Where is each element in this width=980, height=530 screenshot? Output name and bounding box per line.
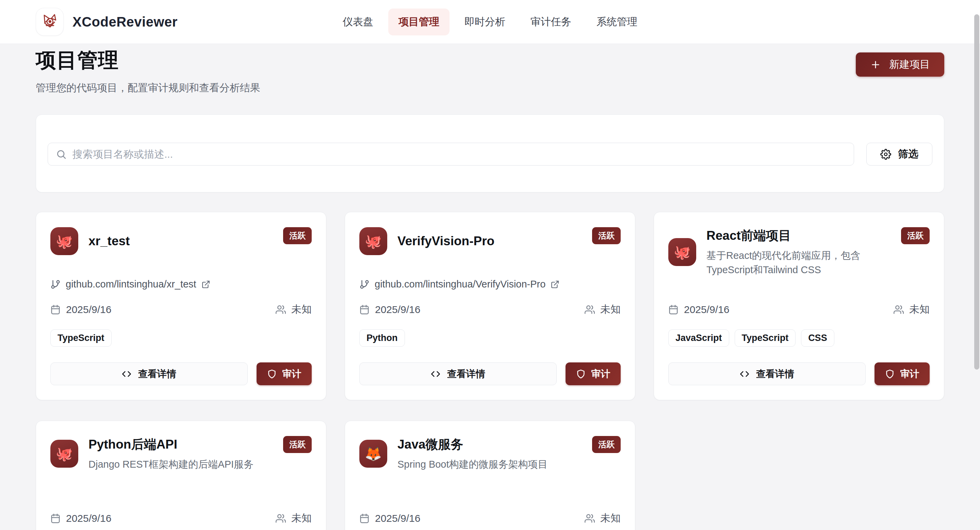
tag-list: JavaScriptTypeScriptCSS — [668, 329, 930, 347]
project-description: Django REST框架构建的后端API服务 — [89, 457, 253, 471]
audit-label: 审计 — [592, 367, 611, 380]
search-input[interactable] — [48, 143, 854, 166]
project-grid: 🐙 xr_test 活跃 github.com/lintsinghua/xr_t… — [36, 212, 944, 530]
card-bottom: github.com/lintsinghua/VerifyVision-Pro … — [360, 279, 620, 385]
members-meta: 未知 — [894, 302, 930, 316]
project-avatar: 🐙 — [668, 238, 696, 266]
view-details-button[interactable]: 查看详情 — [668, 362, 865, 385]
calendar-icon — [360, 305, 369, 315]
project-members: 未知 — [600, 511, 620, 525]
main-nav: 仪表盘项目管理即时分析审计任务系统管理 — [332, 0, 648, 44]
audit-label: 审计 — [282, 367, 301, 380]
external-link-icon — [202, 280, 210, 289]
card-header: 🐙 xr_test 活跃 — [50, 227, 312, 255]
project-card: 🐙 Python后端API Django REST框架构建的后端API服务 活跃… — [36, 421, 326, 530]
view-details-label: 查看详情 — [138, 367, 176, 380]
project-avatar-emoji: 🦊 — [365, 447, 382, 461]
repo-link[interactable]: github.com/lintsinghua/xr_test — [50, 279, 312, 290]
calendar-icon — [360, 513, 369, 524]
card-header: 🐙 VerifyVision-Pro 活跃 — [360, 227, 620, 255]
status-badge: 活跃 — [901, 227, 930, 244]
tag: TypeScript — [735, 329, 796, 347]
nav-item-2[interactable]: 即时分析 — [454, 8, 515, 35]
git-branch-icon — [360, 279, 369, 289]
shield-icon — [885, 369, 894, 379]
project-date: 2025/9/16 — [375, 512, 420, 524]
project-date: 2025/9/16 — [375, 304, 420, 315]
project-avatar-emoji: 🐙 — [674, 245, 691, 259]
project-head-text: React前端项目 基于React的现代化前端应用，包含TypeScript和T… — [706, 227, 891, 277]
shield-icon — [267, 369, 277, 379]
nav-item-3[interactable]: 审计任务 — [520, 8, 582, 35]
calendar-icon — [668, 305, 679, 315]
members-meta: 未知 — [275, 302, 312, 316]
project-card: 🐙 VerifyVision-Pro 活跃 github.com/lintsin… — [345, 212, 635, 400]
code-icon — [740, 369, 749, 379]
nav-item-4[interactable]: 系统管理 — [586, 8, 648, 35]
project-name: xr_test — [89, 234, 130, 248]
project-name: React前端项目 — [706, 227, 891, 244]
project-description: Spring Boot构建的微服务架构项目 — [398, 457, 548, 471]
status-badge: 活跃 — [592, 436, 620, 453]
page-title: 项目管理 — [36, 47, 944, 74]
tag: CSS — [801, 329, 834, 347]
repo-link[interactable]: github.com/lintsinghua/VerifyVision-Pro — [360, 279, 620, 290]
scrollbar-thumb[interactable] — [974, 14, 979, 370]
project-head-text: VerifyVision-Pro — [398, 234, 495, 248]
project-name: Python后端API — [89, 436, 253, 453]
meta-row: 2025/9/16 未知 — [50, 511, 312, 525]
project-head-text: xr_test — [89, 234, 130, 248]
new-project-label: 新建项目 — [889, 57, 930, 72]
new-project-button[interactable]: 新建项目 — [856, 53, 944, 77]
tag-list: Python — [360, 329, 620, 347]
view-details-label: 查看详情 — [447, 367, 485, 380]
members-meta: 未知 — [585, 511, 620, 525]
meta-row: 2025/9/16 未知 — [360, 511, 620, 525]
nav-item-0[interactable]: 仪表盘 — [332, 8, 383, 35]
nav-item-1[interactable]: 项目管理 — [388, 8, 450, 35]
project-avatar: 🐙 — [360, 227, 387, 255]
view-details-button[interactable]: 查看详情 — [50, 362, 248, 385]
tag: TypeScript — [50, 329, 111, 347]
audit-button[interactable]: 审计 — [256, 362, 312, 385]
project-members: 未知 — [600, 302, 620, 316]
card-header: 🦊 Java微服务 Spring Boot构建的微服务架构项目 活跃 — [360, 436, 620, 471]
project-name: Java微服务 — [398, 436, 548, 453]
tag: JavaScript — [668, 329, 729, 347]
filter-button[interactable]: 筛选 — [866, 143, 932, 166]
project-members: 未知 — [909, 302, 930, 316]
repo-url: github.com/lintsinghua/xr_test — [66, 279, 196, 290]
view-details-button[interactable]: 查看详情 — [360, 362, 557, 385]
project-card: 🐙 React前端项目 基于React的现代化前端应用，包含TypeScript… — [654, 212, 944, 400]
calendar-icon — [50, 305, 60, 315]
card-actions: 查看详情 审计 — [668, 362, 930, 385]
brand-name: XCodeReviewer — [73, 14, 178, 30]
status-badge: 活跃 — [592, 227, 620, 244]
card-actions: 查看详情 审计 — [50, 362, 312, 385]
project-avatar: 🦊 — [360, 440, 387, 468]
card-bottom: github.com/lintsinghua/xr_test 2025/9/16… — [50, 279, 312, 385]
brand: XCodeReviewer — [36, 8, 178, 36]
members-meta: 未知 — [585, 302, 620, 316]
search-icon — [56, 149, 67, 160]
tag-list: TypeScript — [50, 329, 312, 347]
date-meta: 2025/9/16 — [360, 512, 420, 524]
audit-button[interactable]: 审计 — [875, 362, 930, 385]
status-badge: 活跃 — [283, 436, 312, 453]
search-section: 筛选 — [36, 115, 944, 192]
page-subtitle: 管理您的代码项目，配置审计规则和查看分析结果 — [36, 81, 944, 95]
date-meta: 2025/9/16 — [50, 512, 111, 524]
meta-row: 2025/9/16 未知 — [360, 302, 620, 316]
code-icon — [122, 369, 131, 379]
project-card: 🐙 xr_test 活跃 github.com/lintsinghua/xr_t… — [36, 212, 326, 400]
members-icon — [894, 305, 904, 315]
project-avatar: 🐙 — [50, 440, 78, 468]
audit-button[interactable]: 审计 — [566, 362, 620, 385]
project-date: 2025/9/16 — [66, 512, 111, 524]
navbar: XCodeReviewer 仪表盘项目管理即时分析审计任务系统管理 — [0, 0, 980, 44]
date-meta: 2025/9/16 — [668, 304, 729, 315]
scrollbar[interactable] — [974, 0, 980, 530]
repo-url: github.com/lintsinghua/VerifyVision-Pro — [375, 279, 546, 290]
project-avatar-emoji: 🐙 — [56, 447, 73, 461]
date-meta: 2025/9/16 — [50, 304, 111, 315]
